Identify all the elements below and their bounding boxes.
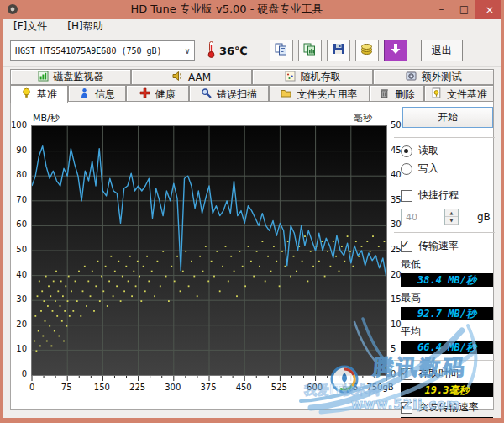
left-axis-label: MB/秒 — [33, 112, 60, 124]
exit-button[interactable]: 退出 — [421, 40, 463, 61]
temperature-indicator: 36℃ — [207, 40, 248, 61]
size-stepper[interactable]: ▲ ▼ — [445, 209, 459, 225]
chevron-down-icon: ∨ — [185, 46, 190, 56]
info-icon — [79, 87, 90, 101]
access-time-value: 19.3毫秒 — [401, 383, 493, 397]
separator — [394, 360, 495, 361]
transfer-rate-label: 传输速率 — [418, 239, 459, 253]
stat-label: 最高 — [391, 288, 498, 306]
read-option[interactable]: 读取 — [391, 142, 498, 160]
title-bar: HD Tune 专业版 v5.00 - 硬盘专业工具 – □ × — [0, 0, 504, 19]
axis-tick: 60 — [16, 219, 27, 229]
short-stroke-label: 快捷行程 — [418, 188, 459, 203]
benchmark-icon — [21, 87, 32, 101]
tab-label: 随机存取 — [301, 70, 341, 84]
toolbar: HGST HTS541075A9E680 (750 gB) ∨ 36℃ 退出 — [3, 34, 501, 67]
copy-image-button[interactable] — [298, 40, 322, 61]
copy-text-button[interactable] — [270, 40, 293, 61]
health-icon — [139, 87, 150, 101]
write-radio[interactable] — [401, 163, 412, 175]
copy-text-icon — [274, 42, 288, 60]
x-axis-tick: 525 — [271, 383, 287, 392]
read-radio[interactable] — [401, 145, 412, 157]
maximize-button[interactable]: □ — [453, 0, 475, 19]
stat-value: 66.4 MB/秒 — [401, 341, 493, 354]
download-arrow-icon — [389, 42, 402, 59]
tab-label: AAM — [188, 71, 211, 83]
tab-disk-monitor[interactable]: 磁盘监视器 — [10, 69, 131, 85]
transfer-rate-checkbox[interactable] — [401, 241, 412, 252]
burst-rate-label: 突发传输速率 — [418, 400, 479, 415]
axis-tick: 0 — [22, 369, 27, 378]
disk-monitor-icon — [38, 71, 49, 84]
window-controls: – □ × — [430, 0, 504, 19]
right-axis-label: 毫秒 — [354, 112, 372, 124]
erase-icon — [379, 87, 390, 101]
x-axis-tick: 0 — [29, 383, 34, 392]
x-axis-tick: 300 — [165, 383, 181, 392]
short-stroke-option[interactable]: 快捷行程 — [391, 187, 498, 204]
x-axis-tick: 150 — [94, 383, 110, 392]
benchmark-panel: 开始 读取 写入 快捷行程 40 ▲ ▼ gB — [391, 104, 498, 423]
benchmark-plot — [31, 125, 387, 376]
close-button[interactable]: × — [475, 0, 504, 19]
x-axis-tick: 675 — [342, 383, 358, 392]
axis-tick: 100 — [11, 120, 27, 130]
stepper-up-icon[interactable]: ▲ — [445, 209, 458, 217]
size-input[interactable]: 40 — [401, 209, 445, 225]
burst-rate-checkbox[interactable] — [401, 402, 412, 414]
x-axis-labels: 075150225300375450525600675750gB — [31, 383, 392, 393]
transfer-rate-option[interactable]: 传输速率 — [391, 237, 498, 255]
file-benchmark-icon — [431, 87, 442, 101]
axis-tick: 70 — [16, 195, 27, 204]
read-label: 读取 — [418, 144, 438, 158]
write-option[interactable]: 写入 — [391, 160, 498, 177]
app-icon — [7, 3, 18, 15]
menu-file[interactable]: [F]文件 — [12, 19, 49, 34]
tab-benchmark[interactable]: 基准 — [10, 85, 68, 103]
short-stroke-checkbox[interactable] — [401, 190, 412, 202]
thermometer-icon — [207, 40, 216, 61]
random-access-icon — [285, 71, 296, 84]
access-time-checkbox[interactable] — [401, 368, 412, 380]
access-time-option[interactable]: 存取时间 — [391, 365, 498, 383]
tab-label: 磁盘监视器 — [54, 70, 104, 84]
axis-tick: 20 — [16, 320, 27, 329]
save-button[interactable] — [327, 40, 350, 61]
capture-button[interactable] — [355, 40, 379, 61]
menu-bar: [F]文件 [H]帮助 — [3, 19, 501, 34]
download-arrow-button[interactable] — [384, 40, 407, 61]
axis-tick: 50 — [16, 245, 27, 254]
tab-extra-tests[interactable]: 额外测试 — [373, 69, 494, 85]
hd-tune-window: HD Tune 专业版 v5.00 - 硬盘专业工具 – □ × [F]文件 [… — [0, 0, 504, 423]
x-axis-tick: 375 — [200, 383, 216, 392]
axis-tick: 90 — [16, 145, 27, 155]
toolbar-buttons — [270, 40, 407, 61]
stepper-down-icon[interactable]: ▼ — [445, 217, 458, 225]
drive-selector[interactable]: HGST HTS541075A9E680 (750 gB) ∨ — [10, 40, 195, 61]
minimize-button[interactable]: – — [430, 0, 453, 19]
tab-random-access[interactable]: 随机存取 — [252, 69, 373, 85]
tab-label: 删除 — [395, 87, 415, 102]
menu-help[interactable]: [H]帮助 — [66, 19, 104, 34]
stat-value: 92.7 MB/秒 — [401, 307, 493, 320]
tab-label: 信息 — [95, 87, 115, 102]
temperature-value: 36℃ — [219, 45, 248, 57]
tab-label: 文件基准 — [447, 87, 487, 102]
save-icon — [332, 42, 345, 59]
folder-usage-icon — [281, 87, 291, 101]
speaker-icon — [172, 71, 183, 84]
benchmark-content: MB/秒 毫秒 1009080706050403020100 504540353… — [10, 101, 494, 410]
tab-speaker[interactable]: AAM — [131, 69, 252, 85]
error-scan-icon — [201, 87, 212, 101]
axis-tick: 10 — [16, 344, 27, 353]
tab-label: 额外测试 — [422, 70, 462, 84]
start-button[interactable]: 开始 — [402, 107, 493, 128]
burst-rate-option[interactable]: 突发传输速率 — [391, 399, 498, 416]
window-title: HD Tune 专业版 v5.00 - 硬盘专业工具 — [24, 2, 430, 17]
copy-image-icon — [302, 42, 317, 60]
extra-tests-icon — [406, 71, 417, 84]
x-axis-tick: 75 — [61, 383, 72, 392]
access-time-label: 存取时间 — [418, 367, 459, 381]
separator — [394, 232, 495, 233]
